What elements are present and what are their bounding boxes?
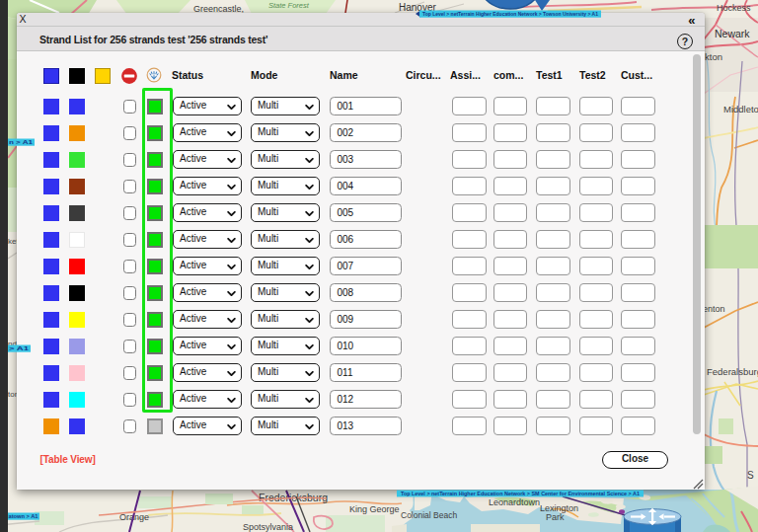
svg-text:n > A1: n > A1 xyxy=(9,139,33,145)
svg-text:Top Level > netTerrain Higher: Top Level > netTerrain Higher Education … xyxy=(422,11,599,17)
svg-text:> A1: > A1 xyxy=(9,345,29,351)
svg-text:Top Level > netTerrain Higher: Top Level > netTerrain Higher Education … xyxy=(401,491,641,496)
svg-text:atown > A1: atown > A1 xyxy=(9,513,38,519)
